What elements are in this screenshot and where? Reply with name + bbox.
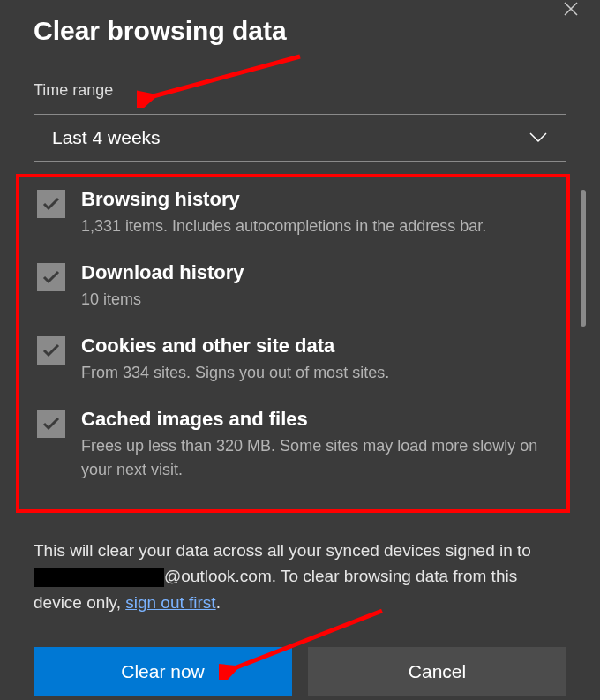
sync-notice: This will clear your data across all you… [34,538,566,615]
item-desc: 1,331 items. Includes autocompletions in… [81,215,559,238]
item-desc: From 334 sites. Signs you out of most si… [81,361,559,385]
item-title: Cached images and files [81,408,559,431]
item-cache: Cached images and files Frees up less th… [26,408,559,482]
clear-now-button[interactable]: Clear now [34,647,292,696]
item-download-history: Download history 10 items [26,261,559,312]
item-title: Cookies and other site data [81,335,559,358]
item-desc: Frees up less than 320 MB. Some sites ma… [81,434,559,482]
check-icon [42,343,60,358]
data-types-highlight: Browsing history 1,331 items. Includes a… [16,174,570,513]
item-browsing-history: Browsing history 1,331 items. Includes a… [26,188,559,238]
checkbox-cookies[interactable] [37,336,65,365]
check-icon [42,270,60,284]
checkbox-download-history[interactable] [37,263,65,291]
item-desc: 10 items [81,288,559,312]
redacted-email [34,568,164,587]
scrollbar[interactable] [581,190,586,327]
item-cookies: Cookies and other site data From 334 sit… [26,335,559,385]
checkbox-cache[interactable] [37,410,65,438]
check-icon [42,197,60,211]
sign-out-link[interactable]: sign out first [125,593,215,612]
checkbox-browsing-history[interactable] [37,190,65,218]
notice-text: This will clear your data across all you… [34,541,531,560]
notice-text: . [216,593,221,612]
time-range-value: Last 4 weeks [52,127,161,148]
dialog-title: Clear browsing data [34,16,566,46]
time-range-label: Time range [34,81,566,100]
close-icon [563,1,579,17]
check-icon [42,417,60,431]
chevron-down-icon [529,132,548,144]
item-title: Browsing history [81,188,559,211]
cancel-button[interactable]: Cancel [308,647,566,696]
close-button[interactable] [558,0,584,22]
item-title: Download history [81,261,559,284]
time-range-select[interactable]: Last 4 weeks [34,114,566,162]
